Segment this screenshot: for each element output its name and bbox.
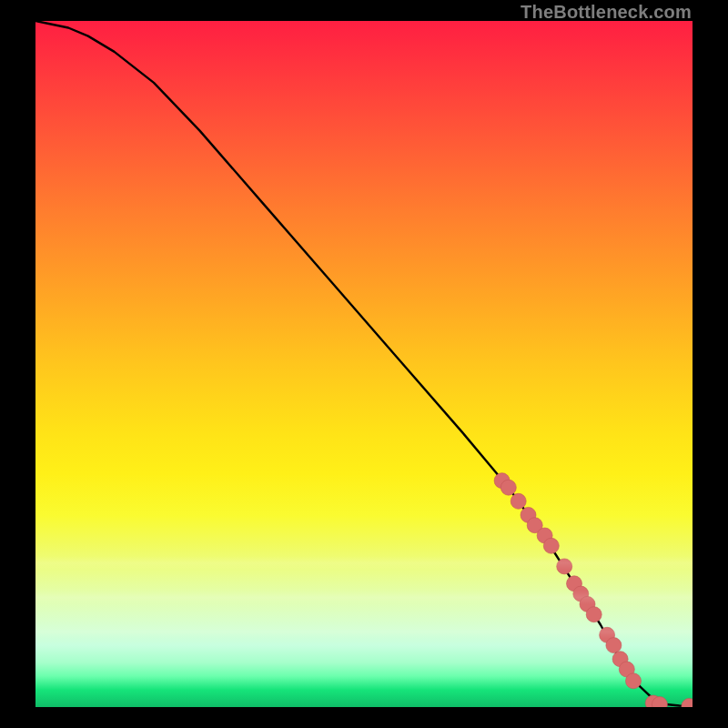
- chart-frame: TheBottleneck.com: [0, 0, 728, 728]
- data-point: [500, 480, 516, 495]
- data-point: [557, 559, 572, 574]
- watermark-text: TheBottleneck.com: [521, 2, 692, 23]
- data-point: [586, 607, 602, 622]
- data-point: [682, 698, 693, 707]
- data-point: [543, 538, 559, 553]
- chart-svg: [35, 21, 693, 707]
- data-point: [626, 673, 642, 689]
- data-point: [511, 493, 526, 509]
- plot-area: [35, 21, 693, 707]
- data-point: [606, 638, 622, 653]
